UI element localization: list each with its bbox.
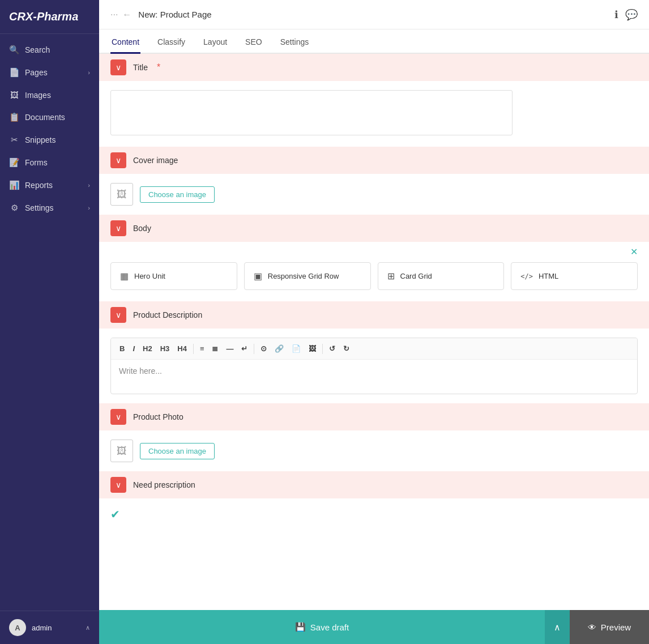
product-desc-toggle-btn[interactable]: ∨ <box>110 307 126 323</box>
h3-btn[interactable]: H3 <box>157 343 173 355</box>
save-draft-btn[interactable]: 💾 Save draft <box>99 610 545 644</box>
choose-product-photo-btn[interactable]: Choose an image <box>140 443 215 459</box>
forward-arrow-icon[interactable]: ← <box>122 10 131 20</box>
cover-image-picker: 🖼 Choose an image <box>110 183 638 206</box>
snippet-grid-row-label: Responsive Grid Row <box>268 272 339 280</box>
preview-btn[interactable]: 👁 Preview <box>570 610 649 644</box>
snippet-hero-unit[interactable]: ▦ Hero Unit <box>110 262 237 290</box>
html-icon: </> <box>520 272 533 280</box>
need-prescription-section-body: ✔ <box>99 498 649 530</box>
footer-username: admin <box>32 624 80 632</box>
topbar-icons: ℹ 💬 <box>614 8 638 21</box>
sidebar-item-reports[interactable]: 📊 Reports › <box>0 174 99 197</box>
grid-row-icon: ▣ <box>254 271 262 282</box>
preview-icon: 👁 <box>588 622 596 632</box>
need-prescription-toggle-btn[interactable]: ∨ <box>110 477 126 493</box>
snippet-html[interactable]: </> HTML <box>511 262 638 290</box>
tab-settings[interactable]: Settings <box>279 29 310 54</box>
save-draft-label: Save draft <box>310 622 349 632</box>
nav-arrows: ··· ← <box>110 10 131 20</box>
preview-label: Preview <box>601 622 631 632</box>
need-prescription-label: Need prescription <box>133 480 195 489</box>
back-arrow-icon[interactable]: ··· <box>110 10 118 20</box>
body-section-body: ✕ ▦ Hero Unit ▣ Responsive Grid Row ⊞ Ca… <box>99 242 649 301</box>
choose-cover-image-btn[interactable]: Choose an image <box>140 186 215 203</box>
body-section-header: ∨ Body <box>99 215 649 242</box>
sidebar-label-forms: Forms <box>25 158 48 167</box>
product-photo-toggle-btn[interactable]: ∨ <box>110 409 126 425</box>
sidebar-item-search[interactable]: 🔍 Search <box>0 39 99 61</box>
snippet-close-btn[interactable]: ✕ <box>630 246 638 257</box>
product-image-placeholder-icon: 🖼 <box>117 445 127 457</box>
snippet-grid: ▦ Hero Unit ▣ Responsive Grid Row ⊞ Card… <box>110 262 638 290</box>
prescription-checkbox[interactable]: ✔ <box>110 508 120 521</box>
cover-image-toggle-btn[interactable]: ∨ <box>110 152 126 168</box>
sidebar-footer[interactable]: A admin ∧ <box>0 611 99 644</box>
reports-icon: 📊 <box>9 180 19 190</box>
product-photo-label: Product Photo <box>133 412 183 421</box>
doc-btn[interactable]: 📄 <box>289 343 304 355</box>
product-photo-section-header: ∨ Product Photo <box>99 403 649 430</box>
save-draft-arrow-btn[interactable]: ∧ <box>545 610 570 644</box>
sidebar-label-snippets: Snippets <box>25 135 55 144</box>
break-btn[interactable]: ↵ <box>238 343 250 355</box>
snippet-card-grid[interactable]: ⊞ Card Grid <box>378 262 505 290</box>
hr-btn[interactable]: — <box>223 343 236 355</box>
chevron-right-icon: › <box>88 69 90 76</box>
sidebar-item-forms[interactable]: 📝 Forms <box>0 151 99 174</box>
cover-image-label: Cover image <box>133 156 178 165</box>
redo-btn[interactable]: ↻ <box>340 343 352 355</box>
image-placeholder-icon: 🖼 <box>117 189 127 201</box>
tab-seo[interactable]: SEO <box>244 29 263 54</box>
chevron-up-save-icon: ∧ <box>554 622 561 633</box>
sidebar-label-pages: Pages <box>25 68 48 77</box>
image-btn[interactable]: 🖼 <box>306 343 319 355</box>
title-toggle-btn[interactable]: ∨ <box>110 59 126 75</box>
chevron-right-icon-settings: › <box>88 204 90 211</box>
editor-body[interactable]: Write here... <box>111 360 637 394</box>
content-area: ∨ Title * ∨ Cover image 🖼 Choose an imag… <box>99 54 649 644</box>
sidebar-item-settings[interactable]: ⚙ Settings › <box>0 197 99 219</box>
logo-italic: Pharma <box>37 10 78 23</box>
sidebar-item-documents[interactable]: 📋 Documents <box>0 106 99 129</box>
title-input[interactable] <box>110 90 513 135</box>
bottom-bar: 💾 Save draft ∧ 👁 Preview <box>99 610 649 644</box>
product-photo-placeholder: 🖼 <box>110 440 133 462</box>
sidebar-label-documents: Documents <box>25 113 65 122</box>
bold-btn[interactable]: B <box>117 343 127 355</box>
avatar: A <box>9 619 26 636</box>
tab-content[interactable]: Content <box>110 29 140 54</box>
chevron-right-icon-reports: › <box>88 182 90 189</box>
chevron-up-icon: ∧ <box>86 624 90 632</box>
tab-layout[interactable]: Layout <box>202 29 228 54</box>
tab-classify[interactable]: Classify <box>156 29 186 54</box>
italic-btn[interactable]: I <box>130 343 138 355</box>
save-icon: 💾 <box>295 622 306 632</box>
sidebar-item-images[interactable]: 🖼 Images <box>0 84 99 106</box>
sidebar-label-images: Images <box>25 91 51 100</box>
h2-btn[interactable]: H2 <box>140 343 155 355</box>
ul-btn[interactable]: ≣ <box>209 343 221 355</box>
h4-btn[interactable]: H4 <box>174 343 190 355</box>
sidebar-label-settings: Settings <box>25 203 54 212</box>
editor-toolbar: B I H2 H3 H4 ≡ ≣ — ↵ ⊙ 🔗 📄 🖼 ↺ <box>111 338 637 360</box>
info-icon[interactable]: ℹ <box>614 8 618 21</box>
sidebar-label-reports: Reports <box>25 181 53 190</box>
comment-icon[interactable]: 💬 <box>625 8 638 21</box>
snippet-responsive-grid-row[interactable]: ▣ Responsive Grid Row <box>244 262 371 290</box>
embed-btn[interactable]: ⊙ <box>258 343 270 355</box>
product-photo-picker: 🖼 Choose an image <box>110 440 638 462</box>
snippet-html-label: HTML <box>539 272 558 280</box>
cover-image-section-body: 🖼 Choose an image <box>99 174 649 215</box>
link-btn[interactable]: 🔗 <box>272 343 287 355</box>
title-section-header: ∨ Title * <box>99 54 649 81</box>
undo-btn[interactable]: ↺ <box>326 343 338 355</box>
cover-image-section-header: ∨ Cover image <box>99 147 649 174</box>
images-icon: 🖼 <box>9 90 19 100</box>
page-title: New: Product Page <box>138 10 608 19</box>
body-toggle-btn[interactable]: ∨ <box>110 220 126 236</box>
product-desc-section-body: B I H2 H3 H4 ≡ ≣ — ↵ ⊙ 🔗 📄 🖼 ↺ <box>99 329 649 403</box>
sidebar-item-pages[interactable]: 📄 Pages › <box>0 61 99 84</box>
ol-btn[interactable]: ≡ <box>197 343 207 355</box>
sidebar-item-snippets[interactable]: ✂ Snippets <box>0 129 99 151</box>
